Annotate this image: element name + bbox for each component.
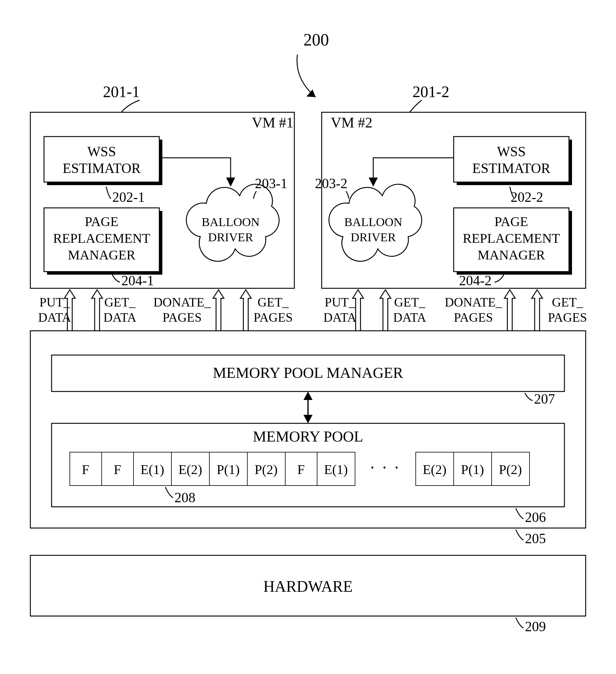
api-get-data-2a: GET_ [394,295,426,309]
api-donate-1b: PAGES [162,311,202,324]
page-4: P(1) [217,462,240,477]
hardware-label: HARDWARE [263,578,353,595]
vm1-prm-l3: MANAGER [68,248,136,262]
vm2-title: VM #2 [331,114,372,130]
mpm-label: MEMORY POOL MANAGER [213,364,403,381]
vm2-wss-l2: ESTIMATOR [472,160,550,176]
diagram-figure: 200 VM #1 201-1 WSS ESTIMATOR 202-1 PAGE… [0,0,616,674]
vm2-container: VM #2 201-2 WSS ESTIMATOR 202-2 PAGE REP… [315,83,586,288]
page-1: F [114,462,121,477]
vm2-prm-ref: 204-2 [459,273,492,288]
vm2-prm-l3: MANAGER [478,248,545,262]
api-get-data-2b: DATA [393,311,426,324]
page-r0: E(2) [423,462,446,477]
mpm-ref: 207 [534,391,555,407]
pages-ellipsis: · · · [370,458,400,477]
vm2-wss-ref: 202-2 [511,189,543,205]
vm1-balloon-l1: BALLOON [202,215,259,229]
hv-ref: 205 [525,531,546,546]
page-r1: P(1) [461,462,484,477]
memory-pages-right: E(2) P(1) P(2) [416,452,529,485]
vm2-prm-l2: REPLACEMENT [463,231,560,246]
vm1-wss-ref: 202-1 [112,189,145,205]
page-0: F [82,462,89,477]
vm1-balloon-ref: 203-1 [255,176,287,191]
vm2-prm-l1: PAGE [495,214,528,229]
mpool-label: MEMORY POOL [253,428,363,445]
mpool-ref: 206 [525,510,546,525]
hardware-ref: 209 [525,619,546,634]
vm1-title: VM #1 [252,114,293,130]
svg-marker-0 [306,90,316,97]
vm2-balloon-ref: 203-2 [315,176,348,191]
api-get-data-1a: GET_ [104,295,136,309]
api-put-data-1b: DATA [38,311,71,324]
vm1-prm-l2: REPLACEMENT [53,231,150,246]
vm1-container: VM #1 201-1 WSS ESTIMATOR 202-1 PAGE REP… [30,83,294,288]
vm2-wss-l1: WSS [497,144,526,159]
page-2: E(1) [140,462,164,477]
api-getpages-1a: GET_ [258,295,289,309]
vm1-prm-ref: 204-1 [121,273,154,288]
vm1-balloon-l2: DRIVER [208,230,253,244]
api-donate-2b: PAGES [454,311,493,324]
vm1-wss-label-l1: WSS [87,144,116,159]
figure-number-label: 200 [303,30,329,49]
api-donate-2a: DONATE_ [445,295,502,309]
vm2-balloon-l2: DRIVER [351,230,396,244]
vm2-balloon-l1: BALLOON [344,215,402,229]
page-6: F [297,462,305,477]
page-r2: P(2) [499,462,522,477]
api-getpages-1b: PAGES [253,311,292,324]
page-3: E(2) [178,462,202,477]
api-donate-1a: DONATE_ [153,295,211,309]
pages-ref: 208 [174,490,196,505]
api-get-data-1b: DATA [104,311,137,324]
api-getpages-2a: GET_ [552,295,584,309]
page-5: P(2) [255,462,278,477]
vm1-wss-label-l2: ESTIMATOR [63,160,141,176]
api-put-data-2a: PUT_ [325,295,355,309]
api-getpages-2b: PAGES [548,311,587,324]
api-put-data-2b: DATA [324,311,357,324]
vm2-ref-label: 201-2 [412,83,449,100]
vm1-ref-label: 201-1 [103,83,140,100]
page-7: E(1) [324,462,348,477]
memory-pages-left: F F E(1) E(2) P(1) P(2) F E(1) [70,452,355,485]
vm1-prm-l1: PAGE [85,214,119,229]
api-put-data-1a: PUT_ [39,295,70,309]
